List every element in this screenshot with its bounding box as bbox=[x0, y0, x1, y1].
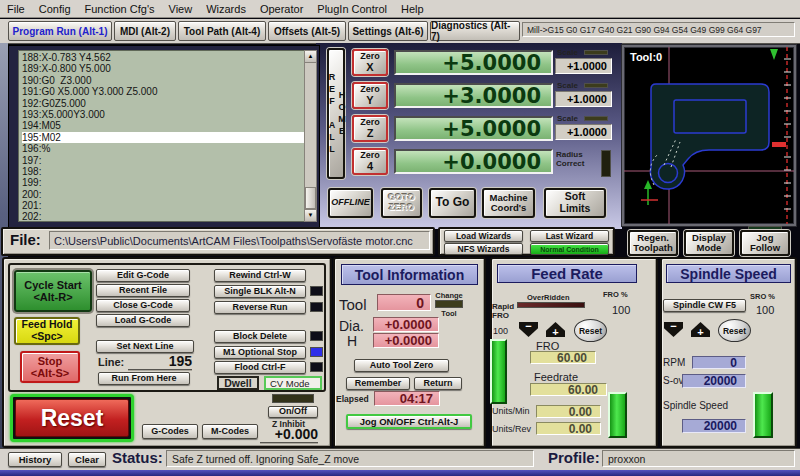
history-button[interactable]: History bbox=[8, 452, 62, 467]
gcode-line[interactable]: 193:X5.000Y3.000 bbox=[22, 109, 304, 120]
fro-field[interactable]: 60.00 bbox=[530, 351, 596, 364]
single-blk-button[interactable]: Single BLK Alt-N bbox=[214, 285, 306, 298]
dro-x-value[interactable]: +5.0000 bbox=[394, 50, 553, 75]
tool-number-field[interactable]: 0 bbox=[377, 294, 431, 311]
ref-all-home-button[interactable]: REF ALL HOME bbox=[327, 48, 345, 179]
line-number-field[interactable]: 195 bbox=[128, 353, 192, 371]
flood-button[interactable]: Flood Ctrl-F bbox=[214, 361, 306, 374]
gcode-line[interactable]: 196:% bbox=[22, 143, 304, 154]
menu-item-file[interactable]: File bbox=[7, 3, 25, 15]
rewind-button[interactable]: Rewind Ctrl-W bbox=[214, 269, 306, 282]
dro-z-value[interactable]: +5.0000 bbox=[394, 116, 553, 141]
feed-hold-button[interactable]: Feed Hold <Spc> bbox=[14, 317, 80, 345]
remember-button[interactable]: Remember bbox=[346, 377, 410, 390]
zero-z-button[interactable]: Zero Z bbox=[352, 115, 388, 142]
gcode-line-selected[interactable]: 195:M02 bbox=[22, 132, 304, 143]
set-next-line-button[interactable]: Set Next Line bbox=[96, 340, 194, 353]
gcode-list[interactable]: 188:X-0.783 Y4.562 189:X-0.800 Y5.000 19… bbox=[18, 50, 305, 222]
gcode-line[interactable]: 197: bbox=[22, 155, 304, 166]
goto-zero-button[interactable]: GOTO ZERO bbox=[381, 188, 422, 218]
load-wizards-button[interactable]: Load Wizards bbox=[444, 230, 523, 242]
zero-4-button[interactable]: Zero 4 bbox=[352, 148, 388, 175]
return-button[interactable]: Return bbox=[414, 377, 462, 390]
gcode-line[interactable]: 191:G0 X5.000 Y3.000 Z5.000 bbox=[22, 86, 304, 97]
scale-x-value[interactable]: +1.0000 bbox=[555, 58, 612, 74]
recent-file-button[interactable]: Recent File bbox=[96, 284, 190, 297]
nfs-wizards-button[interactable]: NFS Wizards bbox=[444, 243, 523, 255]
scale-y-value[interactable]: +1.0000 bbox=[555, 91, 612, 107]
tab-mdi[interactable]: MDI (Alt-2) bbox=[114, 21, 176, 41]
soft-limits-button[interactable]: Soft Limits bbox=[544, 188, 606, 218]
z-inhibit-value[interactable]: +0.000 bbox=[260, 426, 318, 444]
gcode-line[interactable]: 192:G0Z5.000 bbox=[22, 98, 304, 109]
menu-item-config[interactable]: Config bbox=[39, 3, 71, 15]
display-mode-button[interactable]: Display Mode bbox=[684, 230, 734, 256]
menu-item-operator[interactable]: Operator bbox=[260, 3, 303, 15]
scroll-thumb[interactable] bbox=[305, 187, 316, 209]
machine-coords-button[interactable]: Machine Coord's bbox=[482, 188, 535, 218]
tab-offsets[interactable]: Offsets (Alt-5) bbox=[268, 21, 346, 41]
zero-y-button[interactable]: Zero Y bbox=[352, 82, 388, 109]
to-go-button[interactable]: To Go bbox=[429, 188, 476, 218]
menu-item-wizards[interactable]: Wizards bbox=[206, 3, 246, 15]
onoff-button[interactable]: On/Off bbox=[268, 406, 318, 418]
scroll-down-icon[interactable]: ▼ bbox=[305, 209, 316, 221]
stop-button[interactable]: Stop <Alt-S> bbox=[20, 351, 80, 383]
toolpath-canvas[interactable]: Tool:0 bbox=[622, 45, 796, 226]
tab-program-run[interactable]: Program Run (Alt-1) bbox=[8, 21, 112, 41]
gcode-line[interactable]: 201: bbox=[22, 200, 304, 211]
dia-field[interactable]: +0.0000 bbox=[373, 317, 439, 332]
close-gcode-button[interactable]: Close G-Code bbox=[96, 299, 190, 312]
gcodes-button[interactable]: G-Codes bbox=[142, 424, 198, 439]
gcode-line[interactable]: 199: bbox=[22, 177, 304, 188]
m1-optional-stop-button[interactable]: M1 Optional Stop bbox=[214, 346, 306, 359]
spindle-reset-button[interactable]: Reset bbox=[718, 319, 751, 342]
clear-button[interactable]: Clear bbox=[68, 452, 106, 467]
tab-tool-path[interactable]: Tool Path (Alt-4) bbox=[178, 21, 266, 41]
menu-item-view[interactable]: View bbox=[169, 3, 193, 15]
feedrate-slider[interactable] bbox=[608, 392, 627, 438]
gcode-line[interactable]: 202: bbox=[22, 211, 304, 222]
zero-x-button[interactable]: Zero X bbox=[352, 49, 388, 76]
dro-y-value[interactable]: +3.0000 bbox=[394, 83, 553, 108]
gcode-line[interactable]: 198: bbox=[22, 166, 304, 177]
menu-item-help[interactable]: Help bbox=[401, 3, 424, 15]
gcode-line[interactable]: 188:X-0.783 Y4.562 bbox=[22, 52, 304, 63]
auto-tool-zero-button[interactable]: Auto Tool Zero bbox=[354, 359, 449, 372]
feed-reset-button[interactable]: Reset bbox=[574, 319, 607, 342]
load-gcode-button[interactable]: Load G-Code bbox=[96, 314, 190, 327]
cycle-start-button[interactable]: Cycle Start <Alt-R> bbox=[14, 270, 92, 312]
dro-4-value[interactable]: +0.0000 bbox=[394, 149, 553, 174]
feedrate-field[interactable]: 60.00 bbox=[530, 383, 607, 396]
spindle-speed-field[interactable]: 20000 bbox=[682, 419, 746, 433]
jog-onoff-button[interactable]: Jog ON/OFF Ctrl-Alt-J bbox=[346, 414, 472, 429]
edit-gcode-button[interactable]: Edit G-Code bbox=[96, 269, 190, 282]
spindle-cw-button[interactable]: Spindle CW F5 bbox=[663, 299, 746, 312]
offline-button[interactable]: OFFLINE bbox=[328, 188, 373, 218]
mcodes-button[interactable]: M-Codes bbox=[202, 424, 258, 439]
block-delete-button[interactable]: Block Delete bbox=[214, 330, 306, 343]
scale-z-value[interactable]: +1.0000 bbox=[555, 124, 612, 140]
menu-item-function-cfgs[interactable]: Function Cfg's bbox=[85, 3, 155, 15]
scroll-up-icon[interactable]: ▲ bbox=[305, 51, 316, 63]
gcode-line[interactable]: 189:X-0.800 Y5.000 bbox=[22, 63, 304, 74]
rapid-fro-slider[interactable] bbox=[490, 339, 507, 404]
regen-toolpath-button[interactable]: Regen. Toolpath bbox=[628, 230, 678, 256]
run-from-here-button[interactable]: Run From Here bbox=[98, 372, 190, 385]
reset-button[interactable]: Reset bbox=[10, 394, 134, 442]
minus-glyph: − bbox=[670, 322, 676, 330]
tab-diagnostics[interactable]: Diagnostics (Alt-7) bbox=[430, 21, 520, 41]
menu-item-plugin-control[interactable]: PlugIn Control bbox=[317, 3, 387, 15]
jog-follow-button[interactable]: Jog Follow bbox=[740, 230, 790, 256]
gcode-line[interactable]: 190:G0 Z3.000 bbox=[22, 75, 304, 86]
gcode-line[interactable]: 200: bbox=[22, 189, 304, 200]
zero-label: Zero bbox=[360, 151, 380, 161]
reverse-run-button[interactable]: Reverse Run bbox=[214, 301, 306, 314]
gcode-line[interactable]: 194:M05 bbox=[22, 120, 304, 131]
spindle-slider[interactable] bbox=[753, 392, 773, 438]
last-wizard-button[interactable]: Last Wizard bbox=[530, 230, 609, 242]
gcode-scrollbar[interactable]: ▲ ▼ bbox=[304, 50, 317, 222]
sov-field[interactable]: 20000 bbox=[682, 374, 746, 388]
h-field[interactable]: +0.0000 bbox=[373, 333, 439, 348]
tab-settings[interactable]: Settings (Alt-6) bbox=[348, 21, 428, 41]
